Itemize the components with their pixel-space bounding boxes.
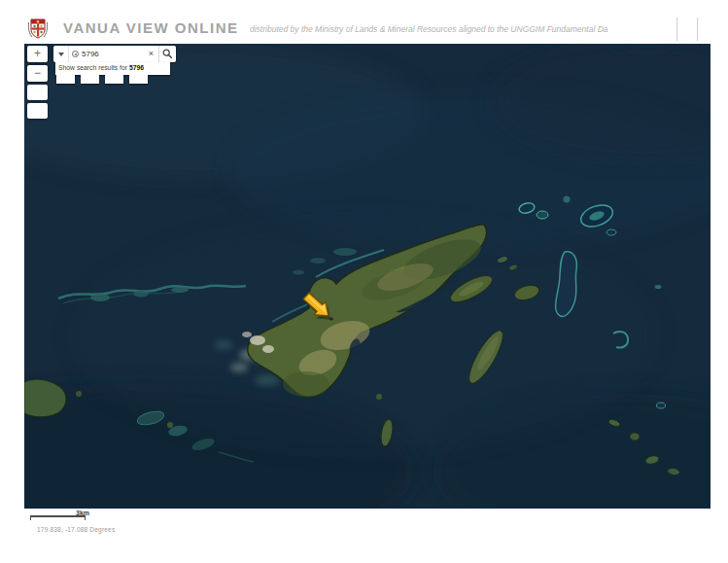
satellite-basemap [24,44,711,509]
suggestion-tab-4[interactable] [129,75,148,84]
vanua-view-app: VANUA VIEW ONLINE distributed by the Min… [0,0,728,563]
map-tool-button-2[interactable] [27,103,48,119]
search-type-dropdown[interactable] [53,46,69,62]
suggestion-tab-2[interactable] [81,75,99,84]
search-input[interactable]: 5796 × [69,46,158,62]
search-value: 5796 [82,50,146,58]
suggestion-tabs [56,75,148,84]
map-tool-button-1[interactable] [27,85,48,100]
header-divider [697,18,698,41]
header: VANUA VIEW ONLINE distributed by the Min… [24,14,711,43]
page-title: VANUA VIEW ONLINE [63,19,239,36]
suggestion-tab-1[interactable] [56,75,75,84]
search-submit-button[interactable] [158,46,176,62]
suggestion-text: Show search results for [58,64,129,71]
clear-search-button[interactable]: × [149,47,156,61]
map-tools: + − [27,46,48,122]
scale-label: 3km [76,510,89,516]
header-divider [676,18,677,41]
location-target-icon [72,51,79,57]
fiji-coat-of-arms-logo [27,17,49,40]
map-canvas[interactable]: + − 5796 × Show search res [24,44,711,509]
suggestion-tab-3[interactable] [105,75,123,84]
header-subtitle: distributed by the Ministry of Lands & M… [250,24,666,34]
zoom-in-button[interactable]: + [27,46,48,62]
magnifier-icon [162,49,173,59]
search-suggestion[interactable]: Show search results for 5796 [55,62,170,75]
search-bar: 5796 × [53,46,176,62]
coordinates-readout: 179.838, -17.088 Degrees [37,526,115,533]
zoom-out-button[interactable]: − [27,65,48,82]
suggestion-term: 5796 [129,64,144,71]
caret-down-icon [58,53,64,56]
